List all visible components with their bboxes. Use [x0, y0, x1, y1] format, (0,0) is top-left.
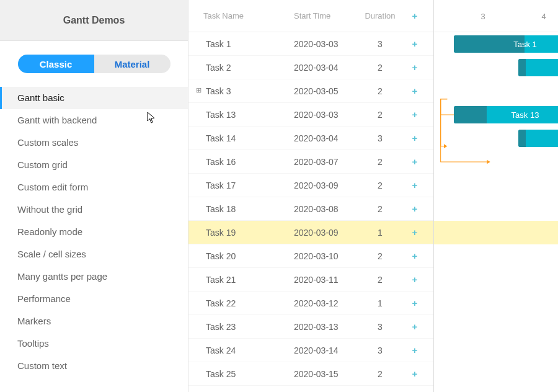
time-tick: 4	[541, 11, 546, 20]
table-row[interactable]: Task 182020-03-082+	[188, 197, 433, 221]
plus-icon[interactable]: +	[412, 86, 418, 96]
timeline-lane	[434, 79, 558, 103]
task-name-cell[interactable]: Task 24	[188, 345, 294, 355]
task-name-cell[interactable]: Task 22	[188, 298, 294, 308]
table-row[interactable]: Task 162020-03-072+	[188, 150, 433, 174]
nav-item[interactable]: Gantt with backend	[0, 109, 188, 131]
task-name-cell[interactable]: Task 16	[188, 157, 294, 167]
table-row[interactable]: Task 192020-03-091+	[188, 221, 433, 244]
plus-icon[interactable]: +	[412, 298, 418, 308]
add-cell[interactable]: +	[402, 203, 428, 214]
add-cell[interactable]: +	[402, 274, 428, 285]
add-cell[interactable]: +	[402, 38, 428, 49]
task-name-cell[interactable]: Task 17	[188, 180, 294, 190]
task-name-cell[interactable]: Task 20	[188, 251, 294, 261]
table-row[interactable]: Task 22020-03-042+	[188, 56, 433, 79]
add-cell[interactable]: +	[402, 321, 428, 332]
plus-icon[interactable]: +	[412, 156, 418, 167]
task-name-cell[interactable]: Task 21	[188, 275, 294, 285]
plus-icon[interactable]: +	[412, 109, 418, 120]
col-header-start[interactable]: Start Time	[294, 11, 358, 20]
add-cell[interactable]: +	[402, 345, 428, 355]
col-header-add[interactable]: +	[402, 11, 428, 21]
task-name-cell[interactable]: Task 2	[188, 63, 294, 73]
table-row[interactable]: Task 12020-03-033+	[188, 32, 433, 56]
gantt-bar[interactable]	[518, 59, 558, 76]
table-row[interactable]: Task 222020-03-121+	[188, 292, 433, 315]
plus-icon[interactable]: +	[412, 345, 418, 355]
nav-item[interactable]: Markers	[0, 310, 188, 332]
plus-icon[interactable]: +	[412, 321, 418, 332]
add-cell[interactable]: +	[402, 109, 428, 120]
table-row[interactable]: Task 32020-03-052+	[188, 79, 433, 103]
theme-toggle-classic[interactable]: Classic	[18, 55, 94, 73]
gantt-timeline[interactable]: 34 Task 1Task 13	[434, 0, 558, 392]
gantt-bar[interactable]	[518, 130, 558, 147]
task-name-cell[interactable]: Task 13	[188, 110, 294, 120]
table-row[interactable]: Task 202020-03-102+	[188, 244, 433, 268]
nav-item[interactable]: Tooltips	[0, 332, 188, 355]
plus-icon[interactable]: +	[412, 203, 418, 214]
nav-item[interactable]: Gantt basic	[0, 87, 188, 109]
task-name-cell[interactable]: Task 23	[188, 322, 294, 332]
table-row[interactable]: Task 172020-03-092+	[188, 174, 433, 197]
col-header-name[interactable]: Task Name	[188, 11, 294, 20]
nav-item[interactable]: Custom grid	[0, 154, 188, 176]
start-cell: 2020-03-03	[294, 110, 358, 120]
add-cell[interactable]: +	[402, 251, 428, 261]
table-row[interactable]: Task 212020-03-112+	[188, 268, 433, 292]
add-cell[interactable]: +	[402, 368, 428, 379]
plus-icon[interactable]: +	[412, 227, 418, 238]
plus-icon[interactable]: +	[412, 133, 418, 143]
add-cell[interactable]: +	[402, 156, 428, 167]
gantt-bar-progress[interactable]	[518, 59, 526, 76]
theme-toggle-material[interactable]: Material	[94, 55, 170, 73]
plus-icon[interactable]: +	[412, 274, 418, 285]
add-cell[interactable]: +	[402, 133, 428, 143]
duration-cell: 2	[358, 86, 402, 96]
duration-cell: 2	[358, 110, 402, 120]
gantt-bar-progress[interactable]	[518, 130, 526, 147]
add-cell[interactable]: +	[402, 62, 428, 73]
task-name-cell[interactable]: Task 19	[188, 228, 294, 238]
gantt-bar[interactable]: Task 1	[454, 35, 558, 53]
plus-icon[interactable]: +	[412, 38, 418, 49]
plus-icon[interactable]: +	[412, 62, 418, 73]
gantt-bar[interactable]: Task 13	[454, 106, 558, 123]
task-name-cell[interactable]: Task 25	[188, 369, 294, 379]
plus-icon[interactable]: +	[412, 368, 418, 379]
add-cell[interactable]: +	[402, 180, 428, 190]
task-name-cell[interactable]: Task 3	[188, 86, 294, 96]
table-row[interactable]: Task 232020-03-133+	[188, 315, 433, 339]
duration-cell: 2	[358, 204, 402, 214]
nav-item[interactable]: Custom scales	[0, 131, 188, 154]
add-cell[interactable]: +	[402, 86, 428, 96]
add-cell[interactable]: +	[402, 298, 428, 308]
plus-icon[interactable]: +	[412, 11, 418, 21]
nav-item[interactable]: Many gantts per page	[0, 265, 188, 288]
time-header: 34	[434, 0, 558, 32]
nav-item[interactable]: Readonly mode	[0, 221, 188, 243]
nav-item[interactable]: Without the grid	[0, 198, 188, 221]
timeline-lane	[434, 362, 558, 386]
table-row[interactable]: Task 252020-03-152+	[188, 362, 433, 386]
task-name-cell[interactable]: Task 14	[188, 133, 294, 143]
plus-icon[interactable]: +	[412, 251, 418, 261]
col-header-duration[interactable]: Duration	[358, 11, 402, 20]
start-cell: 2020-03-04	[294, 133, 358, 143]
table-row[interactable]: Task 242020-03-143+	[188, 339, 433, 362]
table-row[interactable]: Task 132020-03-032+	[188, 103, 433, 127]
table-row[interactable]: Task 142020-03-043+	[188, 127, 433, 150]
nav-item[interactable]: Custom edit form	[0, 176, 188, 198]
nav-item[interactable]: Performance	[0, 288, 188, 310]
sidebar-title: Gantt Demos	[0, 0, 188, 41]
nav-item[interactable]: Scale / cell sizes	[0, 243, 188, 265]
task-name-cell[interactable]: Task 18	[188, 204, 294, 214]
nav-item[interactable]: Custom text	[0, 355, 188, 377]
task-name-cell[interactable]: Task 1	[188, 39, 294, 49]
plus-icon[interactable]: +	[412, 180, 418, 190]
duration-cell: 2	[358, 63, 402, 73]
add-cell[interactable]: +	[402, 227, 428, 238]
duration-cell: 1	[358, 298, 402, 308]
duration-cell: 3	[358, 322, 402, 332]
